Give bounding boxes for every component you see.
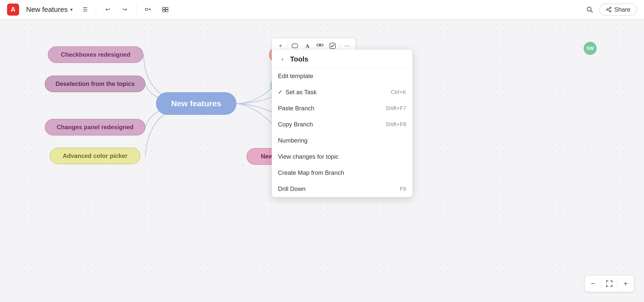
app-logo: A <box>7 4 19 16</box>
svg-line-12 <box>608 8 610 9</box>
menu-item-create-map[interactable]: Create Map from Branch <box>272 165 412 181</box>
node-color-picker[interactable]: Advanced color picker <box>50 148 140 164</box>
zoom-fit-button[interactable] <box>601 276 617 292</box>
context-menu-back-button[interactable]: ‹ <box>278 55 287 64</box>
context-menu-header: ‹ Tools <box>272 50 412 68</box>
svg-rect-16 <box>317 44 319 46</box>
svg-line-8 <box>591 11 592 12</box>
layout-button[interactable] <box>159 3 172 16</box>
zoom-out-button[interactable]: − <box>585 276 601 292</box>
context-menu: ‹ Tools Edit template ✓ Set as Task Ctrl… <box>272 49 413 197</box>
menu-button[interactable]: ☰ <box>80 4 91 15</box>
svg-rect-6 <box>166 10 168 12</box>
svg-line-13 <box>608 10 610 11</box>
svg-rect-5 <box>163 10 165 12</box>
ft-separator-2 <box>340 42 340 50</box>
main-toolbar: A New features ▾ ☰ ↩ ↪ <box>0 0 644 19</box>
menu-item-set-as-task[interactable]: ✓ Set as Task Ctrl+K <box>272 84 412 100</box>
user-avatar: SW <box>584 42 597 55</box>
svg-text:A: A <box>305 43 309 49</box>
svg-rect-4 <box>166 7 168 9</box>
node-center[interactable]: New features <box>156 92 236 115</box>
menu-item-numbering[interactable]: Numbering <box>272 132 412 149</box>
menu-item-drill-down[interactable]: Drill Down F6 <box>272 181 412 197</box>
node-checkboxes[interactable]: Checkboxes redesigned <box>48 46 143 63</box>
menu-item-paste-branch[interactable]: Paste Branch Shift+F7 <box>272 100 412 116</box>
svg-rect-3 <box>163 7 165 9</box>
search-button[interactable] <box>583 3 596 16</box>
undo-button[interactable]: ↩ <box>101 3 114 16</box>
toolbar-right: Share <box>583 3 637 16</box>
context-menu-title: Tools <box>290 55 308 63</box>
ft-separator-1 <box>288 42 288 50</box>
toolbar-separator-2 <box>136 5 137 14</box>
zoom-in-button[interactable]: + <box>618 276 634 292</box>
node-changes[interactable]: Changes panel redesigned <box>45 119 145 136</box>
menu-item-view-changes[interactable]: View changes for topic <box>272 149 412 165</box>
insert-button[interactable] <box>142 3 155 16</box>
share-button[interactable]: Share <box>599 4 637 16</box>
menu-item-edit-template[interactable]: Edit template <box>272 68 412 84</box>
node-deselection[interactable]: Deselection from the topics <box>45 76 145 92</box>
svg-rect-17 <box>320 44 323 46</box>
svg-rect-14 <box>292 44 298 48</box>
share-label: Share <box>614 6 630 13</box>
document-title-button[interactable]: New features ▾ <box>23 4 76 15</box>
chevron-down-icon: ▾ <box>70 7 73 13</box>
svg-rect-0 <box>145 8 148 10</box>
toolbar-separator-1 <box>96 5 96 14</box>
document-title: New features <box>26 6 68 14</box>
checkmark-icon: ✓ <box>278 89 283 95</box>
mind-map-canvas: Checkboxes redesigned Deselection from t… <box>0 19 644 302</box>
zoom-controls: − + <box>585 275 634 292</box>
redo-button[interactable]: ↪ <box>118 3 131 16</box>
menu-item-copy-branch[interactable]: Copy Branch Shift+F8 <box>272 116 412 132</box>
